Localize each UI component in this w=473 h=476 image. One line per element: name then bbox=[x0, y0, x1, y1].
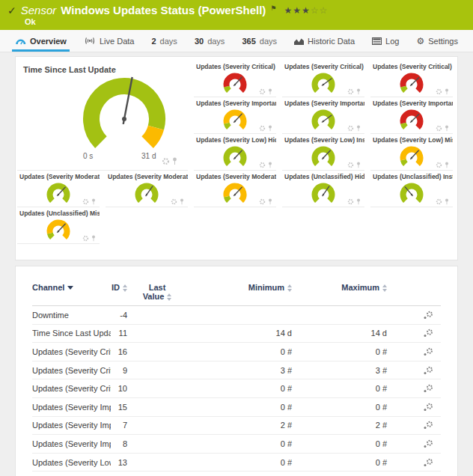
channel-settings-button[interactable] bbox=[387, 439, 441, 448]
main-gauge-chart bbox=[68, 76, 180, 155]
channel-name-cell[interactable]: Updates (Severity Impo... bbox=[32, 421, 111, 430]
stars-filled: ★★★ bbox=[284, 5, 310, 16]
tab-label: days bbox=[160, 37, 177, 46]
gauge-gear-icon[interactable] bbox=[259, 125, 266, 132]
gauge-gear-icon[interactable] bbox=[436, 198, 442, 205]
gauge-pin-icon[interactable] bbox=[445, 125, 449, 132]
table-row: Updates (Severity Impo... 8 0 # 0 # bbox=[32, 435, 441, 454]
gauge-pin-icon[interactable] bbox=[268, 88, 272, 95]
gauge-pin-icon[interactable] bbox=[268, 125, 272, 132]
tab-label: Log bbox=[385, 37, 399, 46]
column-header-minimum[interactable]: Minimum bbox=[187, 283, 292, 301]
gauge-pin-icon[interactable] bbox=[356, 88, 361, 95]
gauge-cell[interactable]: Updates (Severity Moderate) ... bbox=[17, 171, 100, 207]
channel-name-cell[interactable]: Updates (Severity Critic... bbox=[32, 347, 111, 356]
gauge-title: Updates (Severity Low) Missi... bbox=[370, 134, 453, 144]
gauge-cell[interactable]: Updates (Severity Critical) Mi... bbox=[370, 61, 453, 97]
column-header-maximum[interactable]: Maximum bbox=[292, 283, 387, 301]
gauge-pin-icon[interactable] bbox=[445, 162, 449, 168]
gauge-pin-icon[interactable] bbox=[356, 198, 361, 205]
gauge-gear-icon[interactable] bbox=[347, 88, 354, 95]
channel-name-cell[interactable]: Updates (Severity Impo... bbox=[32, 439, 111, 448]
id-cell: 10 bbox=[111, 384, 127, 393]
channel-settings-button[interactable] bbox=[387, 347, 441, 356]
table-body: Downtime -4 Time Since Last Update 11 14… bbox=[32, 306, 441, 476]
tab-label: Live Data bbox=[100, 37, 134, 46]
gauge-cell[interactable]: Updates (Severity Low) Missi... bbox=[370, 134, 453, 171]
channel-settings-button[interactable] bbox=[387, 366, 441, 375]
gauge-cell[interactable]: Updates (Severity Moderate) ... bbox=[194, 171, 276, 207]
gauge-cell[interactable]: Updates (Unclassified) Missing bbox=[17, 207, 100, 244]
gauge-pin-icon[interactable] bbox=[91, 198, 96, 205]
channel-settings-button[interactable] bbox=[387, 384, 441, 393]
gauge-cell[interactable]: Updates (Severity Important) ... bbox=[282, 97, 364, 134]
channel-settings-button[interactable] bbox=[387, 458, 441, 467]
gauge-pin-icon[interactable] bbox=[356, 125, 361, 132]
channel-name-cell[interactable]: Time Since Last Update bbox=[32, 329, 111, 338]
channel-name-cell[interactable]: Updates (Severity Critic... bbox=[32, 384, 111, 393]
tab-log[interactable]: Log bbox=[367, 30, 403, 52]
gauge-gear-icon[interactable] bbox=[347, 198, 354, 205]
gauge-pin-icon[interactable] bbox=[445, 88, 449, 95]
gauge-cell[interactable]: Updates (Severity Critical) Ins... bbox=[282, 61, 364, 97]
sensor-kind-label: Sensor bbox=[21, 4, 57, 16]
gauge-title: Updates (Severity Critical) Ins... bbox=[282, 61, 364, 70]
tab-settings[interactable]: ⚙ Settings bbox=[412, 30, 463, 52]
gauge-gear-icon[interactable] bbox=[259, 88, 266, 95]
tab-2-days[interactable]: 2 days bbox=[147, 30, 181, 52]
channel-settings-button[interactable] bbox=[387, 311, 441, 320]
channel-name-cell[interactable]: Updates (Severity Impo... bbox=[32, 403, 111, 412]
gauge-cell[interactable]: Updates (Severity Critical) Hi... bbox=[194, 61, 276, 97]
channel-settings-gears-icon bbox=[423, 421, 433, 430]
channel-name-cell[interactable]: Downtime bbox=[32, 311, 111, 320]
channel-settings-button[interactable] bbox=[387, 421, 441, 430]
gauge-gear-icon[interactable] bbox=[347, 162, 354, 168]
channel-settings-gears-icon bbox=[423, 403, 433, 412]
gauge-gear-icon[interactable] bbox=[82, 235, 89, 242]
sort-updown-icon bbox=[167, 293, 171, 301]
gauges-panel: Time Since Last Update 0 s 31 d Updates … bbox=[15, 56, 458, 260]
gauge-gear-icon[interactable] bbox=[171, 198, 177, 205]
gauge-cell[interactable]: Updates (Unclassified) Hidden bbox=[282, 171, 364, 207]
tab-label: Overview bbox=[30, 37, 67, 46]
gauge-gear-icon[interactable] bbox=[347, 125, 354, 132]
gauge-gear-icon[interactable] bbox=[436, 162, 442, 168]
tab-overview[interactable]: Overview bbox=[10, 30, 71, 52]
column-header-channel[interactable]: Channel bbox=[32, 283, 111, 301]
column-header-last-value[interactable]: Last Value bbox=[127, 283, 187, 301]
gauge-pin-icon[interactable] bbox=[445, 198, 449, 205]
gauge-pin-icon[interactable] bbox=[356, 162, 361, 168]
channel-settings-button[interactable] bbox=[387, 403, 441, 412]
gauge-gear-icon[interactable] bbox=[436, 125, 442, 132]
channel-name-cell[interactable]: Updates (Severity Critic... bbox=[32, 366, 111, 375]
tab-historic-data[interactable]: Historic Data bbox=[290, 30, 359, 52]
tab-label: days bbox=[260, 37, 277, 46]
gauge-title: Updates (Severity Moderate) I... bbox=[106, 171, 188, 180]
tab-365-days[interactable]: 365 days bbox=[237, 30, 281, 52]
gauge-pin-icon[interactable] bbox=[268, 162, 272, 168]
gauge-gear-icon[interactable] bbox=[259, 198, 266, 205]
gauge-cell[interactable]: Updates (Severity Low) Install... bbox=[282, 134, 364, 171]
tab-live-data[interactable]: Live Data bbox=[79, 30, 138, 52]
channel-name-cell[interactable]: Updates (Severity Low) ... bbox=[32, 458, 111, 467]
priority-stars[interactable]: ★★★☆☆ bbox=[284, 5, 328, 16]
flag-icon[interactable]: ⚑ bbox=[270, 4, 276, 12]
gauge-pin-icon[interactable] bbox=[268, 198, 272, 205]
gauge-pin-icon[interactable] bbox=[172, 157, 177, 165]
column-header-id[interactable]: ID bbox=[111, 283, 127, 301]
gauge-gear-icon[interactable] bbox=[162, 157, 170, 165]
gauge-gear-icon[interactable] bbox=[259, 162, 266, 168]
table-row: Updates (Severity Critic... 9 3 # 3 # bbox=[32, 361, 441, 380]
gauge-gear-icon[interactable] bbox=[82, 198, 89, 205]
gauge-cell[interactable]: Updates (Unclassified) Install... bbox=[370, 171, 453, 207]
gauge-gear-icon[interactable] bbox=[436, 88, 442, 95]
gauge-cell[interactable]: Updates (Severity Important) ... bbox=[370, 97, 453, 134]
gauge-pin-icon[interactable] bbox=[91, 235, 96, 242]
gauge-time-since-last-update[interactable]: Time Since Last Update 0 s 31 d bbox=[17, 61, 188, 171]
gauge-cell[interactable]: Updates (Severity Moderate) I... bbox=[106, 171, 188, 207]
channel-settings-button[interactable] bbox=[387, 329, 441, 338]
gauge-cell[interactable]: Updates (Severity Low) Hidden bbox=[194, 134, 276, 171]
tab-30-days[interactable]: 30 days bbox=[190, 30, 230, 52]
gauge-cell[interactable]: Updates (Severity Important) ... bbox=[194, 97, 276, 134]
gauge-pin-icon[interactable] bbox=[180, 198, 184, 205]
